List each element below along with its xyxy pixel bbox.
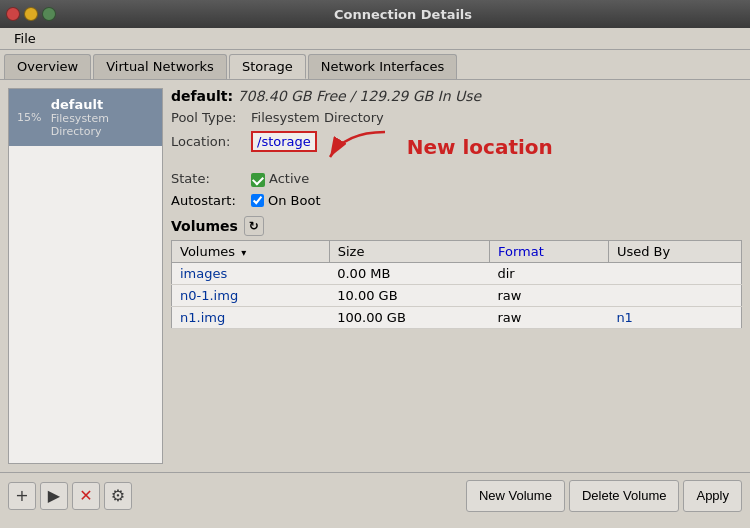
delete-volume-button[interactable]: Delete Volume [569,480,680,512]
volumes-table: Volumes ▾ Size Format Used By images 0.0… [171,240,742,329]
vol-format-0: dir [489,262,608,284]
pool-type-value: Filesystem Directory [251,110,384,125]
state-icon [251,171,269,187]
maximize-button[interactable] [42,7,56,21]
bottom-toolbar: + ▶ ✕ ⚙ New Volume Delete Volume Apply [0,472,750,518]
autostart-value: On Boot [268,193,321,208]
refresh-button[interactable]: ↻ [244,216,264,236]
state-label: State: [171,171,251,186]
vol-format-1: raw [489,284,608,306]
titlebar: Connection Details [0,0,750,28]
location-row: Location: /storage [171,131,317,152]
volumes-label: Volumes [171,218,238,234]
new-volume-button[interactable]: New Volume [466,480,565,512]
volumes-header: Volumes ↻ [171,216,742,236]
state-value: Active [269,171,309,186]
location-value: /storage [251,131,317,152]
location-label: Location: [171,134,251,149]
window-title: Connection Details [62,7,744,22]
autostart-checkbox[interactable] [251,194,264,207]
add-button[interactable]: + [8,482,36,510]
pool-free: 708.40 GB Free [238,88,346,104]
close-button[interactable] [6,7,20,21]
location-area: Location: /storage New location [171,131,742,167]
vol-usedby-2: n1 [608,306,741,328]
main-content: 15% default Filesystem Directory default… [0,80,750,472]
vol-size-2: 100.00 GB [329,306,489,328]
col-volumes: Volumes ▾ [172,240,330,262]
pool-name: default: [171,88,233,104]
play-icon: ▶ [48,486,60,505]
col-size: Size [329,240,489,262]
col-used-by: Used By [608,240,741,262]
pool-type-row: Pool Type: Filesystem Directory [171,110,742,125]
right-panel: default: 708.40 GB Free / 129.29 GB In U… [171,88,742,464]
autostart-row: Autostart: On Boot [171,193,742,208]
table-row[interactable]: n1.img 100.00 GB raw n1 [172,306,742,328]
vol-name-1: n0-1.img [172,284,330,306]
annotation-area: New location [325,127,553,167]
sidebar-item-text: default Filesystem Directory [51,97,154,138]
delete-button[interactable]: ✕ [72,482,100,510]
state-row: State: Active [171,171,742,187]
gear-button[interactable]: ⚙ [104,482,132,510]
pool-type-label: Pool Type: [171,110,251,125]
pool-header: default: 708.40 GB Free / 129.29 GB In U… [171,88,742,104]
sidebar: 15% default Filesystem Directory [8,88,163,464]
sidebar-item-name: default [51,97,154,112]
vol-name-0: images [172,262,330,284]
vol-usedby-0 [608,262,741,284]
gear-icon: ⚙ [111,486,125,505]
play-button[interactable]: ▶ [40,482,68,510]
window-controls [6,7,56,21]
tab-virtual-networks[interactable]: Virtual Networks [93,54,227,79]
pool-in-use: / 129.29 GB In Use [350,88,481,104]
vol-usedby-1 [608,284,741,306]
tab-storage[interactable]: Storage [229,54,306,79]
col-format: Format [489,240,608,262]
tab-overview[interactable]: Overview [4,54,91,79]
autostart-label: Autostart: [171,193,251,208]
minimize-button[interactable] [24,7,38,21]
tabbar: Overview Virtual Networks Storage Networ… [0,50,750,80]
file-menu[interactable]: File [8,29,42,48]
sidebar-item-default[interactable]: 15% default Filesystem Directory [9,89,162,146]
sort-icon: ▾ [241,247,246,258]
apply-button[interactable]: Apply [683,480,742,512]
sidebar-item-sub: Filesystem Directory [51,112,154,138]
arrow-icon [325,127,395,167]
vol-size-1: 10.00 GB [329,284,489,306]
new-location-annotation: New location [407,137,553,157]
vol-format-2: raw [489,306,608,328]
vol-name-2: n1.img [172,306,330,328]
table-row[interactable]: images 0.00 MB dir [172,262,742,284]
add-icon: + [15,486,28,505]
sidebar-item-pct: 15% [17,111,43,124]
table-row[interactable]: n0-1.img 10.00 GB raw [172,284,742,306]
tab-network-interfaces[interactable]: Network Interfaces [308,54,457,79]
vol-size-0: 0.00 MB [329,262,489,284]
menubar: File [0,28,750,50]
delete-icon: ✕ [79,486,92,505]
